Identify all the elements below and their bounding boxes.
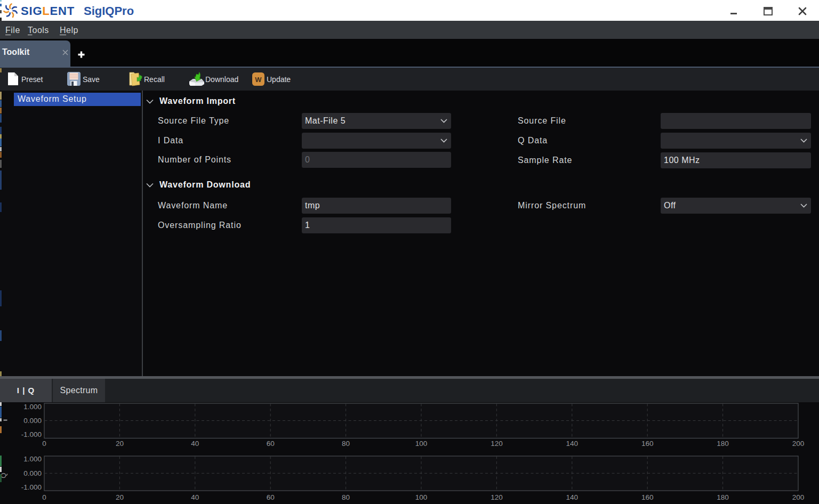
svg-text:120: 120 — [491, 440, 503, 448]
svg-text:W: W — [255, 76, 262, 84]
svg-text:1.000: 1.000 — [23, 455, 42, 463]
svg-text:1.000: 1.000 — [23, 403, 42, 411]
svg-text:0: 0 — [42, 440, 46, 448]
svg-text:20: 20 — [116, 493, 124, 501]
svg-text:140: 140 — [566, 493, 579, 501]
svg-text:160: 160 — [641, 440, 654, 448]
svg-text:40: 40 — [191, 440, 199, 448]
svg-text:160: 160 — [641, 493, 654, 501]
svg-text:200: 200 — [792, 440, 805, 448]
svg-text:80: 80 — [342, 493, 350, 501]
svg-text:20: 20 — [116, 440, 124, 448]
svg-text:140: 140 — [566, 440, 579, 448]
svg-text:180: 180 — [717, 493, 729, 501]
svg-text:-1.000: -1.000 — [21, 483, 42, 491]
svg-text:120: 120 — [491, 493, 503, 501]
svg-text:60: 60 — [267, 440, 275, 448]
svg-text:100: 100 — [415, 440, 428, 448]
svg-text:80: 80 — [342, 440, 350, 448]
svg-text:40: 40 — [191, 493, 199, 501]
svg-text:100: 100 — [415, 493, 428, 501]
svg-text:0.000: 0.000 — [23, 417, 42, 425]
svg-text:180: 180 — [717, 440, 729, 448]
svg-text:0: 0 — [42, 493, 46, 501]
svg-text:-1.000: -1.000 — [21, 430, 42, 438]
svg-text:200: 200 — [792, 493, 805, 501]
svg-text:60: 60 — [267, 493, 275, 501]
svg-text:0.000: 0.000 — [23, 469, 42, 477]
